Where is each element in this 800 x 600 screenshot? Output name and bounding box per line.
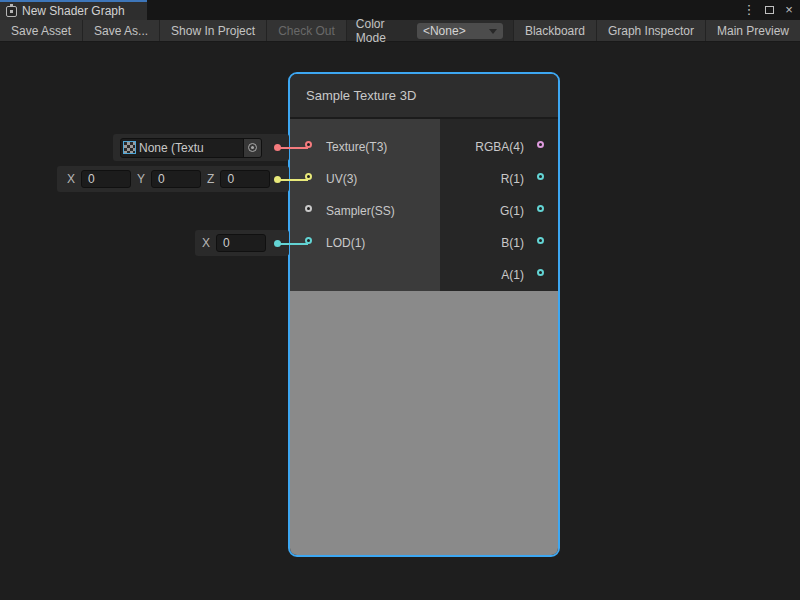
check-out-button: Check Out	[267, 20, 347, 41]
node-port-section: Texture(T3) UV(3) Sampler(SS) LOD(1) RGB…	[290, 119, 558, 291]
uv-y-field[interactable]: 0	[151, 170, 201, 188]
node-sample-texture-3d[interactable]: Sample Texture 3D Texture(T3) UV(3) Samp…	[288, 72, 560, 557]
chevron-down-icon	[489, 29, 497, 34]
save-asset-button[interactable]: Save Asset	[0, 20, 83, 41]
uv-input-widget: X 0 Y 0 Z 0	[57, 166, 289, 192]
object-picker-icon	[248, 143, 257, 152]
port-a-output[interactable]	[537, 269, 544, 276]
toolbar: Save Asset Save As... Show In Project Ch…	[0, 20, 800, 42]
close-icon[interactable]: ×	[782, 0, 796, 20]
lod-x-field[interactable]: 0	[216, 234, 266, 252]
uv-y-label: Y	[137, 172, 145, 186]
texture-object-field[interactable]: None (Textu	[120, 138, 262, 158]
port-sampler-input[interactable]	[305, 205, 312, 212]
menu-icon[interactable]: ⋮	[742, 0, 756, 20]
port-label-g: G(1)	[500, 204, 524, 218]
uv-x-field[interactable]: 0	[81, 170, 131, 188]
texture-edge-wire	[280, 147, 308, 149]
lod-edge-wire	[280, 243, 308, 245]
port-label-a: A(1)	[501, 268, 524, 282]
port-label-b: B(1)	[501, 236, 524, 250]
save-as-button[interactable]: Save As...	[83, 20, 160, 41]
main-preview-button[interactable]: Main Preview	[705, 20, 800, 41]
port-label-sampler: Sampler(SS)	[326, 204, 395, 218]
window-controls: ⋮ ×	[742, 0, 796, 20]
node-preview	[290, 291, 558, 555]
texture-input-widget: None (Textu	[113, 134, 289, 161]
graph-canvas[interactable]: Sample Texture 3D Texture(T3) UV(3) Samp…	[0, 42, 800, 600]
color-mode-label: Color Mode	[347, 20, 417, 41]
uv-z-label: Z	[207, 172, 214, 186]
texture-thumbnail-icon	[123, 141, 136, 154]
show-in-project-button[interactable]: Show In Project	[160, 20, 267, 41]
port-b-output[interactable]	[537, 237, 544, 244]
node-header[interactable]: Sample Texture 3D	[290, 74, 558, 119]
port-label-rgba: RGBA(4)	[475, 140, 524, 154]
port-label-texture: Texture(T3)	[326, 140, 387, 154]
uv-edge-wire	[280, 179, 308, 181]
port-label-lod: LOD(1)	[326, 236, 365, 250]
tab-new-shader-graph[interactable]: New Shader Graph	[0, 0, 147, 20]
port-label-r: R(1)	[501, 172, 524, 186]
color-mode-value: <None>	[423, 24, 466, 38]
color-mode-dropdown[interactable]: <None>	[417, 23, 503, 39]
blackboard-button[interactable]: Blackboard	[513, 20, 596, 41]
uv-x-label: X	[67, 172, 75, 186]
graph-inspector-button[interactable]: Graph Inspector	[596, 20, 705, 41]
uv-z-field[interactable]: 0	[220, 170, 270, 188]
object-picker-button[interactable]	[243, 138, 261, 158]
texture-object-value: None (Textu	[139, 141, 243, 155]
port-g-output[interactable]	[537, 205, 544, 212]
shader-graph-asset-icon	[6, 6, 17, 17]
node-title: Sample Texture 3D	[306, 88, 416, 103]
port-r-output[interactable]	[537, 173, 544, 180]
maximize-icon[interactable]	[762, 0, 776, 20]
lod-x-label: X	[202, 236, 210, 250]
port-rgba-output[interactable]	[537, 141, 544, 148]
port-label-uv: UV(3)	[326, 172, 357, 186]
tab-title: New Shader Graph	[22, 4, 125, 18]
